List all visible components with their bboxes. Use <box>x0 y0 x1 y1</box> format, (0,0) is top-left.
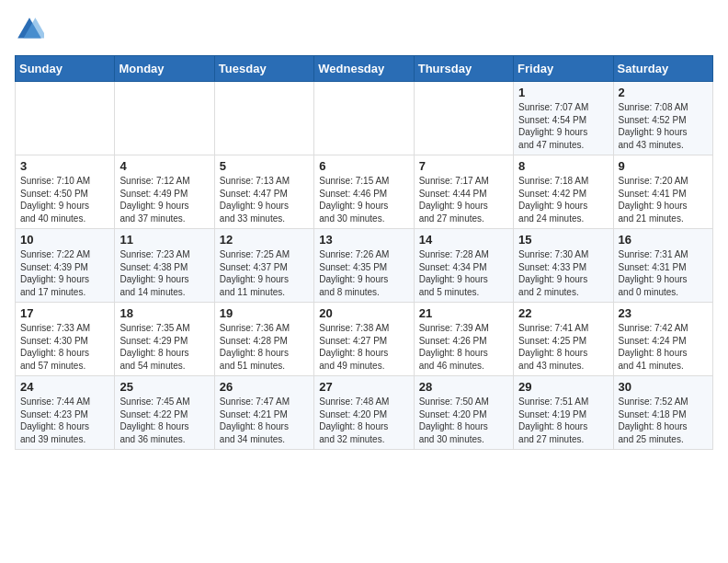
day-number: 19 <box>220 306 309 320</box>
calendar-day: 14Sunrise: 7:28 AM Sunset: 4:34 PM Dayli… <box>414 229 513 303</box>
day-number: 1 <box>518 86 608 99</box>
calendar-day <box>414 82 513 155</box>
day-number: 21 <box>419 306 508 320</box>
logo-icon <box>15 15 44 44</box>
calendar-day <box>314 82 414 155</box>
calendar-day: 10Sunrise: 7:22 AM Sunset: 4:39 PM Dayli… <box>16 229 115 303</box>
logo <box>15 15 48 44</box>
calendar-day: 15Sunrise: 7:30 AM Sunset: 4:33 PM Dayli… <box>514 229 613 303</box>
weekday-header: Thursday <box>414 56 513 82</box>
day-number: 3 <box>20 159 109 173</box>
weekday-header: Tuesday <box>214 56 313 82</box>
day-info: Sunrise: 7:25 AM Sunset: 4:37 PM Dayligh… <box>220 248 309 298</box>
day-number: 16 <box>619 233 708 247</box>
day-info: Sunrise: 7:36 AM Sunset: 4:28 PM Dayligh… <box>220 322 309 372</box>
day-info: Sunrise: 7:51 AM Sunset: 4:19 PM Dayligh… <box>518 396 608 445</box>
day-info: Sunrise: 7:35 AM Sunset: 4:29 PM Dayligh… <box>119 322 209 372</box>
day-info: Sunrise: 7:20 AM Sunset: 4:41 PM Dayligh… <box>619 175 708 224</box>
calendar-table: SundayMondayTuesdayWednesdayThursdayFrid… <box>15 55 713 450</box>
day-number: 12 <box>220 233 309 247</box>
day-info: Sunrise: 7:26 AM Sunset: 4:35 PM Dayligh… <box>319 248 408 298</box>
day-number: 27 <box>319 380 408 394</box>
day-info: Sunrise: 7:22 AM Sunset: 4:39 PM Dayligh… <box>20 248 109 298</box>
calendar-day: 1Sunrise: 7:07 AM Sunset: 4:54 PM Daylig… <box>514 82 613 155</box>
day-number: 4 <box>119 159 209 173</box>
calendar-day: 28Sunrise: 7:50 AM Sunset: 4:20 PM Dayli… <box>414 376 513 450</box>
day-number: 7 <box>419 159 508 173</box>
day-number: 20 <box>319 306 408 320</box>
day-number: 5 <box>220 159 309 173</box>
day-info: Sunrise: 7:52 AM Sunset: 4:18 PM Dayligh… <box>619 396 708 445</box>
calendar-day <box>214 82 313 155</box>
day-number: 2 <box>619 86 708 99</box>
day-info: Sunrise: 7:23 AM Sunset: 4:38 PM Dayligh… <box>119 248 209 298</box>
calendar-day: 19Sunrise: 7:36 AM Sunset: 4:28 PM Dayli… <box>214 303 313 376</box>
day-number: 26 <box>220 380 309 394</box>
calendar-day: 23Sunrise: 7:42 AM Sunset: 4:24 PM Dayli… <box>613 303 712 376</box>
day-info: Sunrise: 7:18 AM Sunset: 4:42 PM Dayligh… <box>518 175 608 224</box>
day-info: Sunrise: 7:47 AM Sunset: 4:21 PM Dayligh… <box>220 396 309 445</box>
day-info: Sunrise: 7:30 AM Sunset: 4:33 PM Dayligh… <box>518 248 608 298</box>
calendar-day: 7Sunrise: 7:17 AM Sunset: 4:44 PM Daylig… <box>414 155 513 229</box>
day-info: Sunrise: 7:28 AM Sunset: 4:34 PM Dayligh… <box>419 248 508 298</box>
day-number: 29 <box>518 380 608 394</box>
day-info: Sunrise: 7:12 AM Sunset: 4:49 PM Dayligh… <box>119 175 209 224</box>
day-info: Sunrise: 7:45 AM Sunset: 4:22 PM Dayligh… <box>119 396 209 445</box>
calendar-day <box>16 82 115 155</box>
day-number: 28 <box>419 380 508 394</box>
day-number: 22 <box>518 306 608 320</box>
day-info: Sunrise: 7:48 AM Sunset: 4:20 PM Dayligh… <box>319 396 408 445</box>
day-info: Sunrise: 7:38 AM Sunset: 4:27 PM Dayligh… <box>319 322 408 372</box>
calendar-day: 18Sunrise: 7:35 AM Sunset: 4:29 PM Dayli… <box>115 303 214 376</box>
day-info: Sunrise: 7:44 AM Sunset: 4:23 PM Dayligh… <box>20 396 109 445</box>
day-info: Sunrise: 7:17 AM Sunset: 4:44 PM Dayligh… <box>419 175 508 224</box>
calendar-week: 17Sunrise: 7:33 AM Sunset: 4:30 PM Dayli… <box>16 303 713 376</box>
calendar-week: 1Sunrise: 7:07 AM Sunset: 4:54 PM Daylig… <box>16 82 713 155</box>
weekday-header: Saturday <box>613 56 712 82</box>
weekday-header: Friday <box>514 56 613 82</box>
day-info: Sunrise: 7:50 AM Sunset: 4:20 PM Dayligh… <box>419 396 508 445</box>
weekday-header: Monday <box>115 56 214 82</box>
day-info: Sunrise: 7:33 AM Sunset: 4:30 PM Dayligh… <box>20 322 109 372</box>
day-info: Sunrise: 7:10 AM Sunset: 4:50 PM Dayligh… <box>20 175 109 224</box>
page-header <box>15 15 713 44</box>
day-number: 8 <box>518 159 608 173</box>
day-info: Sunrise: 7:39 AM Sunset: 4:26 PM Dayligh… <box>419 322 508 372</box>
calendar-day: 26Sunrise: 7:47 AM Sunset: 4:21 PM Dayli… <box>214 376 313 450</box>
calendar-day: 22Sunrise: 7:41 AM Sunset: 4:25 PM Dayli… <box>514 303 613 376</box>
calendar-day: 30Sunrise: 7:52 AM Sunset: 4:18 PM Dayli… <box>613 376 712 450</box>
calendar-day: 4Sunrise: 7:12 AM Sunset: 4:49 PM Daylig… <box>115 155 214 229</box>
day-number: 17 <box>20 306 109 320</box>
day-number: 9 <box>619 159 708 173</box>
day-info: Sunrise: 7:13 AM Sunset: 4:47 PM Dayligh… <box>220 175 309 224</box>
calendar-day: 6Sunrise: 7:15 AM Sunset: 4:46 PM Daylig… <box>314 155 414 229</box>
calendar-week: 3Sunrise: 7:10 AM Sunset: 4:50 PM Daylig… <box>16 155 713 229</box>
calendar-day: 29Sunrise: 7:51 AM Sunset: 4:19 PM Dayli… <box>514 376 613 450</box>
calendar-day: 20Sunrise: 7:38 AM Sunset: 4:27 PM Dayli… <box>314 303 414 376</box>
day-number: 10 <box>20 233 109 247</box>
day-number: 23 <box>619 306 708 320</box>
calendar-day <box>115 82 214 155</box>
calendar-week: 24Sunrise: 7:44 AM Sunset: 4:23 PM Dayli… <box>16 376 713 450</box>
day-info: Sunrise: 7:08 AM Sunset: 4:52 PM Dayligh… <box>619 101 708 151</box>
calendar-day: 12Sunrise: 7:25 AM Sunset: 4:37 PM Dayli… <box>214 229 313 303</box>
day-number: 15 <box>518 233 608 247</box>
calendar-day: 9Sunrise: 7:20 AM Sunset: 4:41 PM Daylig… <box>613 155 712 229</box>
calendar-day: 25Sunrise: 7:45 AM Sunset: 4:22 PM Dayli… <box>115 376 214 450</box>
day-number: 24 <box>20 380 109 394</box>
day-info: Sunrise: 7:41 AM Sunset: 4:25 PM Dayligh… <box>518 322 608 372</box>
day-number: 11 <box>119 233 209 247</box>
day-number: 25 <box>119 380 209 394</box>
day-info: Sunrise: 7:31 AM Sunset: 4:31 PM Dayligh… <box>619 248 708 298</box>
calendar-day: 13Sunrise: 7:26 AM Sunset: 4:35 PM Dayli… <box>314 229 414 303</box>
calendar-day: 5Sunrise: 7:13 AM Sunset: 4:47 PM Daylig… <box>214 155 313 229</box>
calendar-day: 24Sunrise: 7:44 AM Sunset: 4:23 PM Dayli… <box>16 376 115 450</box>
calendar-day: 16Sunrise: 7:31 AM Sunset: 4:31 PM Dayli… <box>613 229 712 303</box>
calendar-day: 21Sunrise: 7:39 AM Sunset: 4:26 PM Dayli… <box>414 303 513 376</box>
day-number: 30 <box>619 380 708 394</box>
calendar-day: 11Sunrise: 7:23 AM Sunset: 4:38 PM Dayli… <box>115 229 214 303</box>
day-number: 6 <box>319 159 408 173</box>
calendar-day: 3Sunrise: 7:10 AM Sunset: 4:50 PM Daylig… <box>16 155 115 229</box>
calendar-week: 10Sunrise: 7:22 AM Sunset: 4:39 PM Dayli… <box>16 229 713 303</box>
calendar-day: 17Sunrise: 7:33 AM Sunset: 4:30 PM Dayli… <box>16 303 115 376</box>
